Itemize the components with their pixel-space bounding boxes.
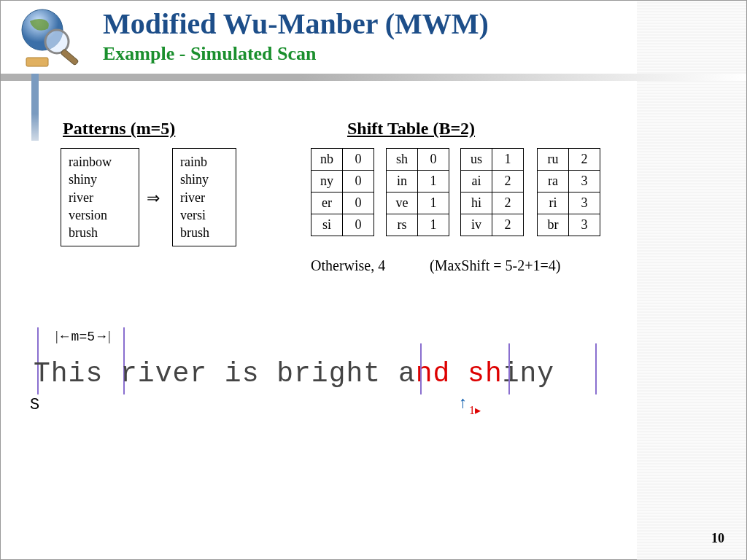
table-row: si0 (311, 214, 374, 236)
table-row: in1 (387, 171, 449, 192)
globe-search-icon (12, 7, 85, 72)
patterns-truncated-box: rainb shiny river versi brush (172, 148, 236, 246)
pattern-item: versi (180, 206, 228, 224)
cursor-bar-mid (508, 343, 510, 394)
table-row: ru2 (538, 149, 600, 171)
shift-table-col-2: sh0 in1 ve1 rs1 (386, 148, 449, 236)
pattern-item: shiny (69, 171, 131, 188)
arrow-up-icon: ↑ (459, 393, 467, 412)
scan-suffix: iny (503, 358, 554, 389)
table-row: hi2 (461, 192, 524, 214)
table-row: iv2 (461, 214, 524, 236)
shift-value-label: 1▸ (469, 403, 481, 417)
slide: Modified Wu-Manber (MWM) Example - Simul… (0, 0, 747, 560)
table-row: er0 (311, 192, 374, 214)
vertical-accent (31, 74, 39, 141)
svg-rect-3 (26, 58, 48, 66)
table-row: ri3 (538, 192, 600, 214)
cursor-bar-right (595, 343, 597, 394)
table-row: ve1 (387, 192, 449, 214)
window-width-label: |←m=5→| (55, 329, 111, 344)
shift-table-col-3: us1 ai2 hi2 iv2 (460, 148, 524, 236)
scan-highlight: nd sh (416, 358, 503, 389)
scan-prefix: This river is bright a (34, 358, 416, 389)
table-row: us1 (461, 149, 524, 171)
table-row: ai2 (461, 171, 524, 192)
horizontal-rule (1, 74, 746, 81)
s-marker: S (30, 396, 39, 414)
page-number: 10 (711, 531, 724, 546)
patterns-full-box: rainbow shiny river version brush (61, 148, 139, 246)
page-title: Modified Wu-Manber (MWM) (103, 7, 489, 41)
pattern-item: brush (69, 224, 131, 241)
pattern-item: river (180, 189, 228, 206)
page-subtitle: Example - Simulated Scan (103, 43, 317, 65)
pattern-item: rainbow (69, 153, 131, 171)
caption-otherwise: Otherwise, 4 (311, 257, 385, 274)
table-row: sh0 (387, 149, 449, 171)
pattern-item: rainb (180, 153, 228, 171)
table-row: ra3 (538, 171, 600, 192)
table-row: rs1 (387, 214, 449, 236)
table-row: br3 (538, 214, 600, 236)
shift-table-col-4: ru2 ra3 ri3 br3 (537, 148, 600, 236)
table-row: nb0 (311, 149, 374, 171)
pattern-item: brush (180, 224, 228, 241)
shift-table-col-1: nb0 ny0 er0 si0 (311, 148, 374, 236)
arrow-right-icon: ⇒ (147, 189, 160, 208)
pattern-item: river (69, 189, 131, 206)
caption-maxshift: (MaxShift = 5-2+1=4) (430, 257, 560, 274)
patterns-heading: Patterns (m=5) (63, 119, 175, 139)
decorative-binary-background (637, 1, 746, 560)
table-row: ny0 (311, 171, 374, 192)
pattern-item: version (69, 206, 131, 224)
pattern-item: shiny (180, 171, 228, 188)
scan-text: This river is bright and shiny (34, 358, 554, 389)
svg-rect-2 (61, 49, 79, 66)
shift-table-heading: Shift Table (B=2) (347, 119, 475, 139)
cursor-bar-left (420, 343, 422, 394)
